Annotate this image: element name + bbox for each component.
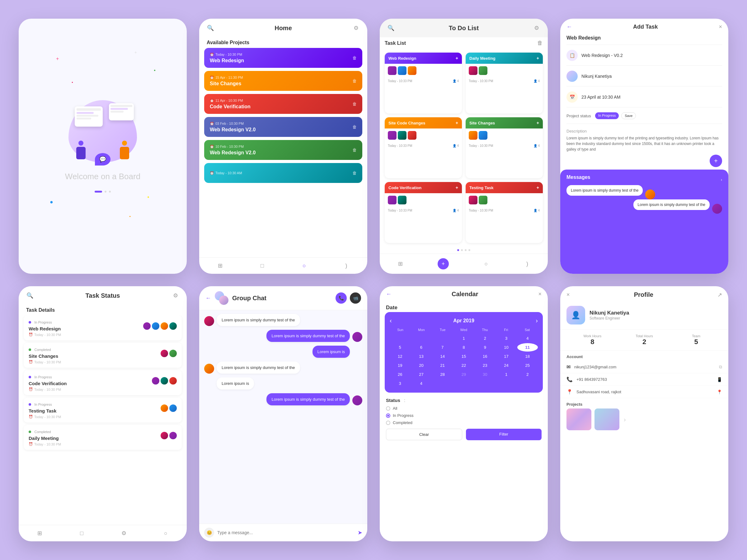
cal-day-21[interactable]: 21 xyxy=(432,361,453,370)
todo-options-icon[interactable]: 🗑 xyxy=(537,40,543,46)
addtask-close-icon[interactable]: × xyxy=(719,24,722,30)
profile-close-icon[interactable]: × xyxy=(566,292,570,298)
cal-day-3[interactable]: 3 xyxy=(390,379,410,388)
cal-day-29[interactable]: 29 xyxy=(454,370,474,379)
task-item-0[interactable]: In Progress Web Redesign ⏰Today - 10:30 … xyxy=(24,316,182,340)
trash-icon-1[interactable]: 🗑 xyxy=(352,78,357,83)
cal-day-22[interactable]: 22 xyxy=(454,361,474,370)
todo-card-2[interactable]: Site Code Changes + Today - 10:33 PM 👤 4 xyxy=(385,117,462,178)
ts-nav-grid[interactable]: ⊞ xyxy=(36,530,44,537)
project-card-1[interactable]: ⏰15 Apr - 11:30 PM Site Changes 🗑 xyxy=(204,71,362,91)
cal-day-4[interactable]: 4 xyxy=(411,379,431,388)
todo-nav-user[interactable]: ) xyxy=(523,260,531,268)
cal-day-14[interactable]: 14 xyxy=(432,352,453,361)
cal-day-9[interactable]: 9 xyxy=(475,343,495,351)
cal-day-7[interactable]: 7 xyxy=(432,343,453,351)
cal-day-30[interactable]: 30 xyxy=(475,370,495,379)
cal-day-15[interactable]: 15 xyxy=(454,352,474,361)
phone-icon-action[interactable]: 📱 xyxy=(717,377,722,382)
todo-card-0[interactable]: Web Redesign + Today - 10:33 PM 👤 4 xyxy=(385,53,462,113)
cal-prev-btn[interactable]: ‹ xyxy=(390,317,392,324)
radio-in-progress[interactable]: In Progress xyxy=(386,413,542,418)
addtask-add-button[interactable]: + xyxy=(710,155,722,167)
trash-icon-4[interactable]: 🗑 xyxy=(352,148,357,153)
todo-card-3[interactable]: Site Changes + Today - 10:30 PM 👤 4 xyxy=(466,117,543,178)
cal-day-3[interactable]: 3 xyxy=(496,334,516,343)
chat-phone-btn[interactable]: 📞 xyxy=(336,292,347,304)
todo-card-4[interactable]: Code Verification + Today - 10:33 PM 👤 4 xyxy=(385,182,462,243)
project-card-3[interactable]: ⏰03 Feb - 10:30 PM Web Redesign V2.0 🗑 xyxy=(204,117,362,137)
chat-video-btn[interactable]: 📹 xyxy=(350,292,361,304)
profile-address-row[interactable]: 📍 Sadhuvasani road, rajkot 📍 xyxy=(560,386,728,398)
filter-icon[interactable]: ⚙ xyxy=(352,24,360,32)
search-icon[interactable]: 🔍 xyxy=(207,24,214,32)
status-in-progress[interactable]: In Progress xyxy=(595,112,619,119)
todo-add-icon-4[interactable]: + xyxy=(456,185,458,190)
chat-message-input[interactable] xyxy=(217,530,355,535)
cal-day-1[interactable]: 1 xyxy=(454,334,474,343)
cal-day-12[interactable]: 12 xyxy=(390,352,410,361)
trash-icon-2[interactable]: 🗑 xyxy=(352,101,357,106)
cal-day-26[interactable]: 26 xyxy=(390,370,410,379)
cal-day-11[interactable]: 11 xyxy=(517,343,538,351)
todo-add-icon-0[interactable]: + xyxy=(456,56,458,61)
project-card-2[interactable]: ⏰11 Apr - 10:30 PM Code Verification 🗑 xyxy=(204,94,362,114)
task-item-3[interactable]: In Progress Testing Task ⏰Today - 10:30 … xyxy=(24,398,182,423)
task-item-1[interactable]: Completed Site Changes ⏰Today - 10:30 PM xyxy=(24,343,182,368)
cal-day-17[interactable]: 17 xyxy=(496,352,516,361)
email-copy-icon[interactable]: ⧉ xyxy=(719,364,722,370)
taskstatus-filter-icon[interactable]: ⚙ xyxy=(172,292,179,299)
todo-add-icon-5[interactable]: + xyxy=(537,185,539,190)
todo-add-icon-2[interactable]: + xyxy=(456,121,458,125)
cal-day-25[interactable]: 25 xyxy=(517,361,538,370)
cal-day-23[interactable]: 23 xyxy=(475,361,495,370)
filter-button[interactable]: Filter xyxy=(466,429,542,440)
radio-all[interactable]: All xyxy=(386,406,542,411)
todo-add-icon-1[interactable]: + xyxy=(537,56,539,61)
project-card-5[interactable]: ⏰Today - 10:30 AM 🗑 xyxy=(204,163,362,183)
profile-share-icon[interactable]: ↗ xyxy=(717,292,722,298)
chat-emoji-btn[interactable]: 😊 xyxy=(204,528,214,538)
messages-more[interactable]: › xyxy=(721,178,722,182)
cal-day-28[interactable]: 28 xyxy=(432,370,453,379)
addtask-back-icon[interactable]: ← xyxy=(566,24,572,30)
project-thumb-0[interactable] xyxy=(566,408,591,430)
trash-icon-5[interactable]: 🗑 xyxy=(352,170,357,176)
cal-day-4[interactable]: 4 xyxy=(517,334,538,343)
radio-completed[interactable]: Completed xyxy=(386,420,542,425)
clear-button[interactable]: Clear xyxy=(386,429,462,440)
cal-back-icon[interactable]: ← xyxy=(386,291,391,297)
cal-day-2[interactable]: 2 xyxy=(475,334,495,343)
chat-send-icon[interactable]: ➤ xyxy=(358,529,362,536)
ts-nav-home[interactable]: ○ xyxy=(162,530,170,537)
todo-search-icon[interactable]: 🔍 xyxy=(387,24,395,32)
todo-nav-home[interactable]: ○ xyxy=(483,260,490,268)
todo-filter-icon[interactable]: ⚙ xyxy=(533,24,540,32)
cal-day-18[interactable]: 18 xyxy=(517,352,538,361)
cal-day-6[interactable]: 6 xyxy=(411,343,431,351)
project-thumb-more[interactable]: › xyxy=(622,408,626,430)
nav-grid-icon[interactable]: ⊞ xyxy=(216,262,224,269)
task-item-2[interactable]: In Progress Code Verification ⏰Today - 1… xyxy=(24,370,182,395)
ts-nav-bookmark[interactable]: □ xyxy=(78,530,85,537)
chat-back-icon[interactable]: ← xyxy=(205,295,211,301)
address-action-icon[interactable]: 📍 xyxy=(717,390,722,395)
cal-day-24[interactable]: 24 xyxy=(496,361,516,370)
cal-day-2[interactable]: 2 xyxy=(517,370,538,379)
todo-nav-add[interactable]: + xyxy=(438,258,449,269)
cal-day-1[interactable]: 1 xyxy=(496,370,516,379)
cal-day-13[interactable]: 13 xyxy=(411,352,431,361)
ts-nav-settings[interactable]: ⚙ xyxy=(120,530,128,537)
cal-day-5[interactable]: 5 xyxy=(390,343,410,351)
cal-day-20[interactable]: 20 xyxy=(411,361,431,370)
todo-add-icon-3[interactable]: + xyxy=(537,121,539,125)
cal-close-icon[interactable]: × xyxy=(538,291,542,297)
trash-icon-3[interactable]: 🗑 xyxy=(352,125,357,129)
project-card-0[interactable]: ⏰Today - 10:30 PM Web Redesign 🗑 xyxy=(204,48,362,68)
nav-bookmark-icon[interactable]: □ xyxy=(259,262,266,269)
profile-email-row[interactable]: ✉ nikunj1234@gmail.com ⧉ xyxy=(560,361,728,373)
cal-day-16[interactable]: 16 xyxy=(475,352,495,361)
project-thumb-1[interactable] xyxy=(594,408,619,430)
todo-nav-grid[interactable]: ⊞ xyxy=(396,260,404,268)
cal-day-10[interactable]: 10 xyxy=(496,343,516,351)
